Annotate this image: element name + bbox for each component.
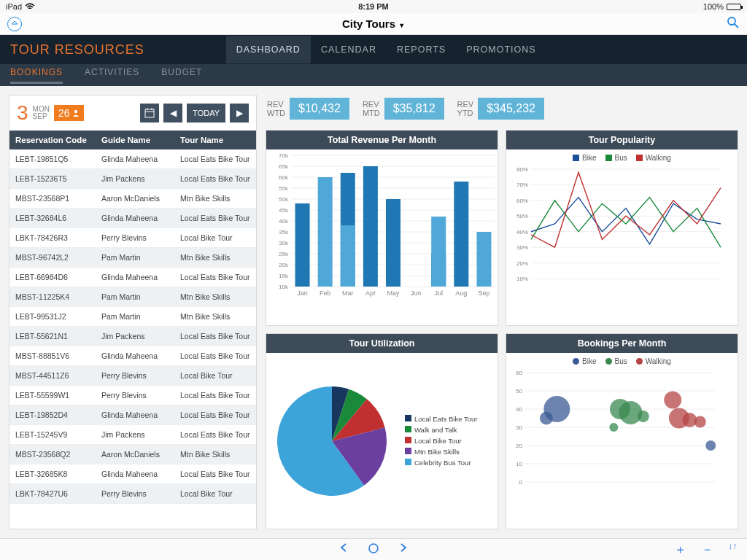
revenue-cards: REVWTD $10,432 REVMTD $35,812 REVYTD $34… — [266, 95, 738, 122]
table-row[interactable]: LEBT-19852D4Glinda MaheenaLocal Eats Bik… — [9, 405, 256, 425]
calendar-icon[interactable] — [140, 104, 159, 122]
content-area: 3 MONSEP 26 ◀ TODAY ▶ Reservation Code G… — [0, 86, 747, 538]
table-header: Reservation Code Guide Name Tour Name — [9, 131, 256, 149]
svg-point-92 — [694, 416, 706, 428]
svg-line-1 — [735, 24, 738, 28]
table-row[interactable]: LEBT-99531J2Pam MartinMtn Bike Skills — [9, 307, 256, 327]
svg-rect-35 — [318, 177, 333, 287]
sync-icon[interactable] — [7, 17, 22, 31]
table-row[interactable]: LEBT-55621N1Jim PackensLocal Eats Bike T… — [9, 327, 256, 346]
table-row[interactable]: MBST-44511Z6Perry BlevinsLocal Bike Tour — [9, 366, 256, 386]
date-strip: 3 MONSEP 26 ◀ TODAY ▶ — [9, 96, 256, 131]
svg-text:10k: 10k — [279, 284, 289, 290]
bookings-chart-panel: Bookings Per Month BikeBusWalking0102030… — [506, 333, 738, 529]
table-row[interactable]: LEBT-32685K8Glinda MaheenaLocal Eats Bik… — [9, 464, 256, 484]
table-row[interactable]: MBST-23568P1Aaron McDanielsMtn Bike Skil… — [9, 189, 256, 209]
chevron-down-icon[interactable]: ▼ — [398, 22, 405, 29]
col-reservation[interactable]: Reservation Code — [9, 131, 96, 149]
svg-text:10%: 10% — [516, 276, 528, 282]
table-row[interactable]: MBST-11225K4Pam MartinMtn Bike Skills — [9, 287, 256, 307]
nav-forward-button[interactable] — [398, 542, 409, 557]
today-button[interactable]: TODAY — [187, 104, 225, 122]
popularity-legend: BikeBusWalking — [506, 149, 738, 166]
svg-text:45k: 45k — [279, 207, 289, 214]
svg-text:40: 40 — [516, 406, 522, 413]
utilization-chart-panel: Tour Utilization Local Eats Bike TourWal… — [266, 333, 498, 529]
svg-text:65k: 65k — [279, 163, 289, 170]
svg-point-84 — [705, 440, 716, 451]
primary-nav: TOUR RESOURCES DASHBOARDCALENDARREPORTSP… — [0, 35, 747, 64]
svg-text:50: 50 — [516, 388, 522, 394]
table-row[interactable]: LEBT-19851Q5Glinda MaheenaLocal Eats Bik… — [9, 149, 256, 169]
rev-wtd: REVWTD $10,432 — [267, 98, 349, 120]
svg-rect-33 — [295, 203, 310, 287]
rev-mtd: REVMTD $35,812 — [363, 98, 444, 120]
subtab-bookings[interactable]: BOOKINGS — [10, 67, 63, 84]
table-row[interactable]: LBKT-78426R3Perry BlevinsLocal Bike Tour — [9, 228, 256, 248]
svg-text:60%: 60% — [516, 198, 528, 204]
tab-reports[interactable]: REPORTS — [387, 36, 456, 63]
svg-text:55k: 55k — [279, 185, 289, 192]
table-row[interactable]: MBST-96742L2Pam MartinMtn Bike Skills — [9, 248, 256, 268]
nav-home-button[interactable] — [368, 542, 379, 557]
rev-wtd-value: $10,432 — [290, 98, 349, 120]
svg-text:20%: 20% — [516, 260, 528, 267]
tab-dashboard[interactable]: DASHBOARD — [226, 36, 311, 63]
next-day-button[interactable]: ▶ — [230, 104, 249, 122]
tab-promotions[interactable]: PROMOTIONS — [456, 36, 546, 63]
bookings-legend: BikeBusWalking — [506, 353, 738, 370]
svg-rect-38 — [341, 225, 355, 287]
svg-text:20: 20 — [516, 443, 522, 449]
subtab-budget[interactable]: BUDGET — [161, 67, 202, 84]
secondary-nav: BOOKINGSACTIVITIESBUDGET — [0, 64, 747, 86]
subtab-activities[interactable]: ACTIVITIES — [85, 67, 139, 84]
svg-text:15k: 15k — [279, 273, 289, 279]
status-time: 8:19 PM — [251, 2, 496, 11]
tab-calendar[interactable]: CALENDAR — [311, 36, 387, 63]
rev-ytd-value: $345,232 — [478, 98, 544, 120]
svg-text:60: 60 — [516, 370, 522, 376]
table-row[interactable]: MBST-88851V6Glinda MaheenaLocal Eats Bik… — [9, 346, 256, 366]
search-icon[interactable] — [727, 16, 740, 32]
revenue-chart-title: Total Revenue Per Month — [266, 131, 498, 149]
table-row[interactable]: LEBT-55599W1Perry BlevinsLocal Eats Bike… — [9, 386, 256, 405]
svg-text:40%: 40% — [516, 229, 528, 236]
col-guide[interactable]: Guide Name — [96, 131, 174, 149]
sort-button[interactable]: ↓↑ — [728, 541, 737, 558]
nav-back-button[interactable] — [338, 542, 349, 557]
svg-text:Aug: Aug — [455, 289, 467, 297]
svg-text:Apr: Apr — [365, 289, 376, 297]
bookings-chart-title: Bookings Per Month — [506, 334, 738, 353]
revenue-chart-panel: Total Revenue Per Month 10k15k20k25k30k3… — [266, 130, 498, 326]
utilization-legend: Local Eats Bike TourWalk and TalkLocal B… — [405, 413, 477, 468]
svg-point-89 — [664, 392, 681, 409]
svg-rect-3 — [145, 109, 154, 117]
add-button[interactable]: ＋ — [674, 541, 686, 558]
table-row[interactable]: LEBT-32684L6Glinda MaheenaLocal Eats Bik… — [9, 209, 256, 228]
svg-point-87 — [638, 411, 649, 422]
table-row[interactable]: LEBT-66984D6Glinda MaheenaLocal Eats Bik… — [9, 268, 256, 287]
battery-pct: 100% — [703, 2, 724, 11]
prev-day-button[interactable]: ◀ — [163, 104, 182, 122]
svg-rect-46 — [431, 217, 446, 287]
app-title[interactable]: City Tours — [342, 18, 395, 30]
brand-title: TOUR RESOURCES — [10, 42, 144, 58]
svg-text:Jul: Jul — [434, 289, 443, 297]
table-row[interactable]: MBST-23568Q2Aaron McDanielsMtn Bike Skil… — [9, 445, 256, 464]
remove-button[interactable]: － — [701, 541, 713, 558]
svg-text:30: 30 — [516, 424, 522, 431]
svg-text:30%: 30% — [516, 244, 528, 251]
table-row[interactable]: LEBT-15236T5Jim PackensLocal Eats Bike T… — [9, 169, 256, 189]
date-day: 3 — [17, 101, 28, 125]
table-row[interactable]: LBKT-78427U6Perry BlevinsLocal Bike Tour — [9, 484, 256, 504]
svg-rect-42 — [386, 199, 400, 287]
svg-text:70%: 70% — [516, 182, 528, 188]
rev-ytd: REVYTD $345,232 — [457, 98, 544, 120]
col-tour[interactable]: Tour Name — [174, 131, 256, 149]
svg-text:50k: 50k — [279, 196, 289, 203]
svg-text:40k: 40k — [279, 218, 289, 225]
table-row[interactable]: LEBT-15245V9Jim PackensLocal Eats Bike T… — [9, 425, 256, 445]
svg-point-83 — [540, 412, 553, 425]
svg-point-88 — [609, 423, 618, 432]
svg-text:Sep: Sep — [478, 289, 489, 297]
